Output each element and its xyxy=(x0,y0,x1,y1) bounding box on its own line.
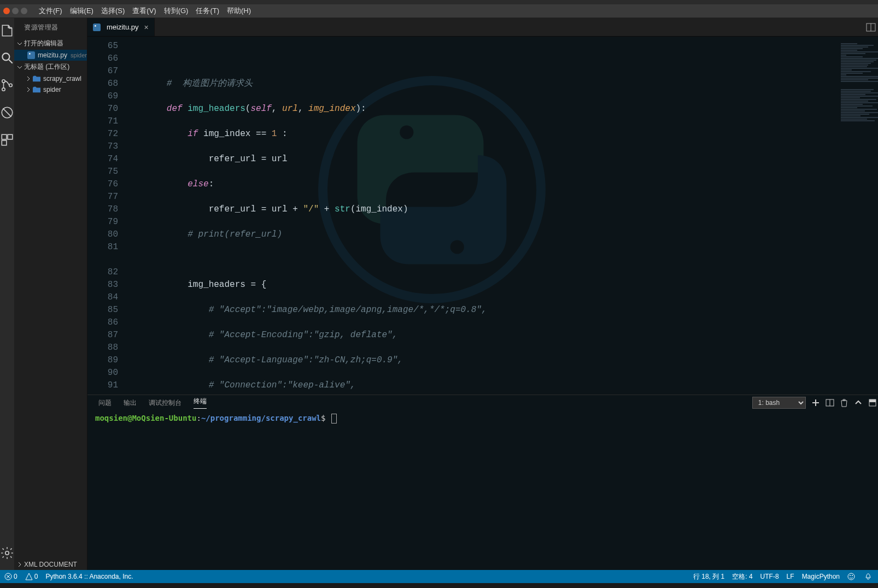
workspace-section[interactable]: 无标题 (工作区) xyxy=(14,61,87,73)
status-python[interactable]: Python 3.6.4 :: Anaconda, Inc. xyxy=(45,573,133,580)
kill-terminal-icon[interactable] xyxy=(840,398,848,407)
outline-label: XML DOCUMENT xyxy=(24,561,77,568)
svg-point-0 xyxy=(2,53,9,60)
debug-icon[interactable] xyxy=(0,105,14,120)
status-cursor-pos[interactable]: 行 18, 列 1 xyxy=(693,572,724,581)
explorer-icon[interactable] xyxy=(0,23,14,38)
svg-rect-7 xyxy=(8,134,13,139)
menu-go[interactable]: 转到(G) xyxy=(160,6,192,16)
chevron-right-icon xyxy=(25,86,32,93)
svg-rect-12 xyxy=(93,23,101,31)
status-language[interactable]: MagicPython xyxy=(802,573,840,580)
open-editors-section[interactable]: 打开的编辑器 xyxy=(14,37,87,50)
menu-file[interactable]: 文件(F) xyxy=(35,6,66,16)
menu-help[interactable]: 帮助(H) xyxy=(223,6,255,16)
terminal-end: $ xyxy=(321,414,325,422)
folder-icon xyxy=(33,86,40,93)
panel-tab-problems[interactable]: 问题 xyxy=(98,398,112,408)
folder-label: scrapy_crawl xyxy=(43,75,81,83)
tab-meizitu[interactable]: meizitu.py × xyxy=(87,18,155,36)
code-content[interactable]: # 构造图片的请求头 def img_headers(self, url, im… xyxy=(125,37,839,395)
chevron-down-icon xyxy=(16,40,23,47)
terminal-select[interactable]: 1: bash xyxy=(752,397,806,409)
python-file-icon xyxy=(27,51,35,59)
smiley-icon xyxy=(847,573,855,580)
new-terminal-icon[interactable] xyxy=(811,398,820,407)
sidebar-title: 资源管理器 xyxy=(14,18,87,37)
panel-tabs: 问题 输出 调试控制台 终端 1: bash xyxy=(87,395,878,410)
svg-point-25 xyxy=(850,575,851,576)
panel-tab-debug[interactable]: 调试控制台 xyxy=(149,398,182,408)
folder-scrapy-crawl[interactable]: scrapy_crawl xyxy=(14,73,87,84)
svg-line-1 xyxy=(9,60,13,63)
menu-select[interactable]: 选择(S) xyxy=(97,6,128,16)
workspace-label: 无标题 (工作区) xyxy=(24,62,69,72)
status-bell-icon[interactable] xyxy=(864,573,874,580)
chevron-up-icon[interactable] xyxy=(854,398,863,407)
svg-point-3 xyxy=(2,88,5,91)
settings-gear-icon[interactable] xyxy=(0,546,14,560)
bottom-panel: 问题 输出 调试控制台 终端 1: bash moqsien@MoQsien-U… xyxy=(87,395,878,570)
svg-rect-6 xyxy=(2,134,7,139)
status-indent[interactable]: 空格: 4 xyxy=(732,572,752,581)
terminal-user: moqsien@MoQsien-Ubuntu xyxy=(95,414,196,422)
status-errors[interactable]: 0 xyxy=(4,573,17,580)
menu-view[interactable]: 查看(V) xyxy=(128,6,160,16)
bell-icon xyxy=(864,573,872,580)
file-name: meizitu.py xyxy=(38,51,67,59)
svg-point-13 xyxy=(95,25,96,27)
chevron-down-icon xyxy=(16,64,23,70)
panel-tab-output[interactable]: 输出 xyxy=(124,398,137,408)
activity-bar xyxy=(0,18,14,570)
svg-point-9 xyxy=(5,551,9,555)
window-minimize-button[interactable] xyxy=(12,8,19,14)
window-close-button[interactable] xyxy=(3,8,10,14)
chevron-right-icon xyxy=(25,75,32,82)
terminal-path: ~/programming/scrapy_crawl xyxy=(201,414,321,422)
open-editor-file[interactable]: meizitu.py spider xyxy=(14,50,87,61)
status-eol[interactable]: LF xyxy=(787,573,794,580)
menu-tasks[interactable]: 任务(T) xyxy=(192,6,223,16)
editor-tabs: meizitu.py × ··· xyxy=(87,18,878,37)
svg-rect-10 xyxy=(27,51,35,59)
panel-tab-terminal[interactable]: 终端 xyxy=(194,397,207,409)
svg-point-11 xyxy=(29,53,31,55)
extensions-icon[interactable] xyxy=(0,133,14,147)
menu-edit[interactable]: 编辑(E) xyxy=(66,6,97,16)
folder-icon xyxy=(33,75,40,83)
explorer-sidebar: 资源管理器 打开的编辑器 meizitu.py spider 无标题 (工作区)… xyxy=(14,18,87,570)
status-bar: 0 0 Python 3.6.4 :: Anaconda, Inc. 行 18,… xyxy=(0,570,878,583)
outline-section[interactable]: XML DOCUMENT xyxy=(14,559,87,570)
tab-label: meizitu.py xyxy=(107,23,139,31)
folder-label: spider xyxy=(43,86,61,93)
folder-spider[interactable]: spider xyxy=(14,84,87,95)
terminal[interactable]: moqsien@MoQsien-Ubuntu:~/programming/scr… xyxy=(87,410,878,570)
tab-close-icon[interactable]: × xyxy=(144,23,149,32)
svg-rect-22 xyxy=(869,399,876,402)
svg-point-24 xyxy=(848,573,854,580)
terminal-sep: : xyxy=(196,414,201,422)
split-terminal-icon[interactable] xyxy=(826,398,834,407)
svg-rect-8 xyxy=(2,140,7,145)
window-menubar: 文件(F) 编辑(E) 选择(S) 查看(V) 转到(G) 任务(T) 帮助(H… xyxy=(0,4,878,18)
window-controls xyxy=(3,8,27,14)
terminal-cursor xyxy=(331,414,337,424)
scm-icon[interactable] xyxy=(0,78,14,92)
window-maximize-button[interactable] xyxy=(21,8,27,14)
error-icon xyxy=(4,573,12,580)
chevron-right-icon xyxy=(16,561,23,568)
open-editors-label: 打开的编辑器 xyxy=(24,39,63,48)
status-encoding[interactable]: UTF-8 xyxy=(760,573,779,580)
minimap[interactable] xyxy=(839,37,878,395)
maximize-panel-icon[interactable] xyxy=(868,398,877,407)
line-gutter: 6566676869707172737475767778798081828384… xyxy=(87,37,125,395)
os-top-bar xyxy=(0,0,878,4)
code-editor[interactable]: 6566676869707172737475767778798081828384… xyxy=(87,37,878,395)
svg-point-4 xyxy=(9,84,12,86)
status-feedback-icon[interactable] xyxy=(847,573,857,580)
search-icon[interactable] xyxy=(0,51,14,65)
split-editor-icon[interactable] xyxy=(866,22,876,32)
status-warnings[interactable]: 0 xyxy=(25,573,38,580)
file-folder: spider xyxy=(71,52,87,58)
editor-area: meizitu.py × ··· 65666768697071727374757… xyxy=(87,18,878,570)
